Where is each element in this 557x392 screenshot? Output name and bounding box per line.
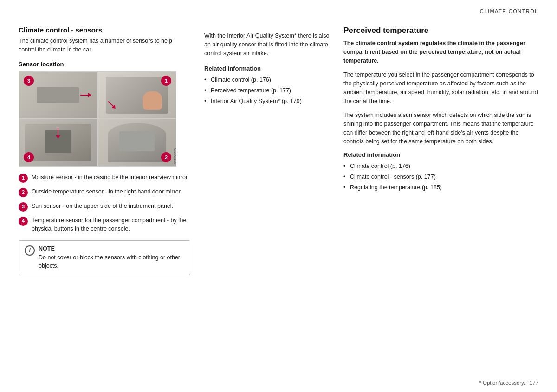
page: CLIMATE CONTROL Climate control - sensor…: [0, 0, 557, 392]
middle-link-3[interactable]: Interior Air Quality System* (p. 179): [204, 97, 330, 106]
left-section-body: The climate control system has a number …: [19, 37, 190, 54]
sensor-num-4: 4: [19, 217, 28, 226]
right-related-list: Climate control (p. 176) Climate control…: [343, 162, 538, 192]
middle-related-list: Climate control (p. 176) Perceived tempe…: [204, 76, 330, 105]
note-label: NOTE: [39, 245, 184, 252]
diagram-cell-top-left: 3: [19, 72, 97, 119]
header-title: CLIMATE CONTROL: [480, 8, 538, 14]
sensor-item-1: 1 Moisture sensor - in the casing by the…: [19, 173, 190, 183]
sensor-text-2: Outside temperature sensor - in the righ…: [32, 187, 182, 196]
note-content: NOTE Do not cover or block the sensors w…: [39, 245, 184, 270]
badge-3: 3: [24, 76, 34, 86]
footer-page-number: 177: [530, 380, 538, 386]
right-link-3[interactable]: Regulating the temperature (p. 185): [343, 183, 538, 192]
middle-column: With the Interior Air Quality System* th…: [204, 26, 330, 366]
badge-4: 4: [24, 152, 34, 162]
sensor-num-3: 3: [19, 202, 28, 212]
diagram-cell-top-right: 1: [98, 72, 176, 119]
middle-link-2[interactable]: Perceived temperature (p. 177): [204, 86, 330, 95]
right-column: Perceived temperature The climate contro…: [343, 26, 538, 366]
right-para-1: The temperature you select in the passen…: [343, 71, 538, 105]
info-icon: i: [25, 245, 35, 256]
note-box: i NOTE Do not cover or block the sensors…: [19, 240, 190, 275]
page-header: CLIMATE CONTROL: [0, 0, 557, 17]
diagram-code: G38C110: [173, 148, 176, 164]
sensor-num-1: 1: [19, 174, 28, 183]
content-area: Climate control - sensors The climate co…: [0, 17, 557, 380]
right-related-title: Related information: [343, 151, 538, 158]
sensor-location-title: Sensor location: [19, 61, 190, 68]
footer-option-text: * Option/accessory.: [479, 380, 525, 386]
sensor-text-3: Sun sensor - on the upper side of the in…: [32, 202, 173, 210]
diagram-inner: 3 1: [19, 72, 176, 166]
note-text: Do not cover or block the sensors with c…: [39, 254, 180, 269]
left-section-title: Climate control - sensors: [19, 26, 190, 34]
right-link-1[interactable]: Climate control (p. 176): [343, 162, 538, 171]
sensor-diagram: 3 1: [19, 71, 176, 167]
sensor-item-3: 3 Sun sensor - on the upper side of the …: [19, 202, 190, 212]
sensor-list: 1 Moisture sensor - in the casing by the…: [19, 173, 190, 233]
middle-intro: With the Interior Air Quality System* th…: [204, 32, 330, 58]
diagram-cell-bottom-right: 2: [98, 119, 176, 166]
right-para-2: The system includes a sun sensor which d…: [343, 111, 538, 146]
sensor-item-4: 4 Temperature sensor for the passenger c…: [19, 216, 190, 233]
right-link-2[interactable]: Climate control - sensors (p. 177): [343, 173, 538, 181]
badge-2: 2: [161, 152, 171, 162]
diagram-cell-bottom-left: 4: [19, 119, 97, 166]
sensor-text-4: Temperature sensor for the passenger com…: [32, 216, 190, 233]
sensor-num-2: 2: [19, 188, 28, 197]
left-column: Climate control - sensors The climate co…: [19, 26, 190, 366]
badge-1: 1: [161, 76, 171, 86]
middle-related-title: Related information: [204, 65, 330, 72]
middle-link-1[interactable]: Climate control (p. 176): [204, 76, 330, 84]
sensor-item-2: 2 Outside temperature sensor - in the ri…: [19, 187, 190, 197]
right-bold-intro: The climate control system regulates the…: [343, 39, 538, 65]
perceived-title: Perceived temperature: [343, 26, 538, 35]
page-footer: * Option/accessory. 177: [0, 380, 557, 392]
sensor-text-1: Moisture sensor - in the casing by the i…: [32, 173, 189, 181]
